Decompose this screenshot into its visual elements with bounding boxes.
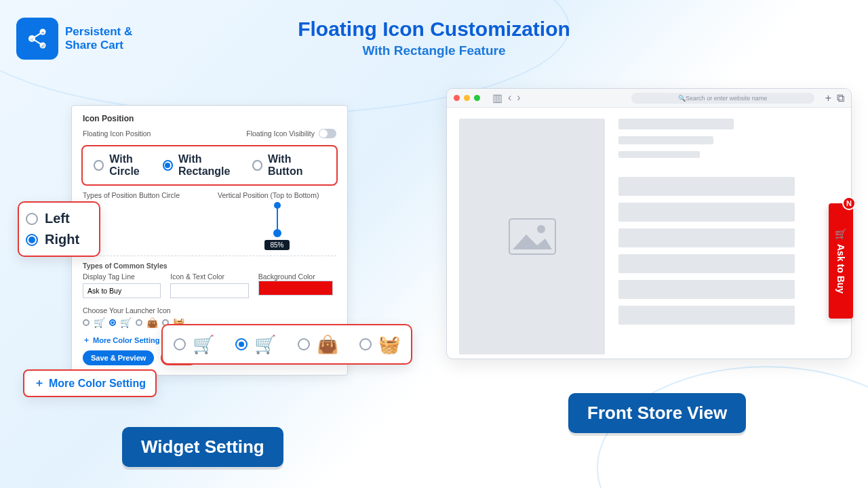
textcolor-label: Icon & Text Color [170,272,248,281]
brand-line2: Share Cart [65,39,132,52]
bag-icon: 👜 [317,334,338,355]
save-preview-button[interactable]: Save & Preview [83,350,154,365]
cart-plus-icon: 🛒 [193,334,214,355]
basket-icon: 🧺 [378,334,400,355]
vertical-value: 85% [264,240,289,250]
launcher-radio-1[interactable] [109,319,116,326]
tagline-input[interactable] [83,283,161,298]
launcher-radio-0[interactable] [83,319,90,326]
position-right[interactable]: Right [26,229,92,250]
brand-logo-icon: ✉🔗🛒 [16,18,58,60]
shape-option-rectangle[interactable]: With Rectangle [163,153,252,178]
cart-icon: 🛒 [254,334,276,355]
vertical-slider[interactable]: 85% [218,199,336,250]
widget-setting-badge: Widget Setting [122,427,283,467]
visibility-toggle[interactable] [319,129,336,138]
plus-icon: ＋ [34,376,45,390]
position-callout: Left Right [18,201,100,257]
tabs-overview-icon[interactable]: ⧉ [837,92,844,104]
svg-point-9 [537,225,545,233]
cart-icon: 🛒 [835,228,846,240]
bgcolor-label: Background Color [258,272,336,281]
shape-option-circle[interactable]: With Circle [94,153,163,178]
forward-icon[interactable]: › [517,92,520,104]
launcher-big-2[interactable]: 👜 [298,334,338,355]
content-lines [618,119,839,348]
new-tab-button[interactable]: + [825,92,831,104]
shape-option-button[interactable]: With Button [252,153,326,178]
launcher-big-0[interactable]: 🛒 [174,334,214,355]
cart-icon: 🛒 [120,317,132,328]
page-subtitle: With Rectangle Feature [298,43,570,58]
notification-badge: N [842,197,856,210]
ask-to-buy-label: Ask to Buy [835,244,846,293]
tagline-label: Display Tag Line [83,272,161,281]
brand-block: ✉🔗🛒 Persistent & Share Cart [16,18,132,60]
url-bar[interactable]: 🔍 Search or enter website name [631,93,814,104]
window-zoom-icon[interactable] [474,95,480,101]
common-styles-label: Types of Common Styles [83,262,336,270]
position-left[interactable]: Left [26,208,92,229]
launcher-radio-2[interactable] [136,319,142,326]
front-store-badge: Front Store View [568,393,746,433]
sidebar-toggle-icon[interactable]: ▥ [492,92,502,104]
browser-mock: ▥ ‹ › 🔍 Search or enter website name + ⧉ [446,88,852,359]
browser-chrome: ▥ ‹ › 🔍 Search or enter website name + ⧉ [447,89,851,108]
launcher-big-1[interactable]: 🛒 [235,334,276,355]
product-image-placeholder [459,119,605,354]
types-position-label: Types of Position Button Circle [83,191,201,199]
window-close-icon[interactable] [454,95,460,101]
shape-picker: With Circle With Rectangle With Button [81,145,338,186]
svg-text:🛒: 🛒 [30,37,35,42]
floating-visibility-label: Floating Icon Visibility [246,129,315,138]
svg-text:✉: ✉ [41,30,44,35]
more-color-callout[interactable]: ＋ More Color Setting [23,369,157,397]
brand-line1: Persistent & [65,25,132,39]
ask-to-buy-launcher[interactable]: N 🛒 Ask to Buy [829,203,853,319]
vertical-position-label: Vertical Position (Top to Bottom) [218,191,336,199]
page-title: Floating Icon Customization [298,18,570,41]
page-title-block: Floating Icon Customization With Rectang… [298,18,570,58]
bag-icon: 👜 [146,317,158,328]
window-minimize-icon[interactable] [464,95,470,101]
cart-plus-icon: 🛒 [94,317,105,328]
floating-position-label: Floating Icon Position [83,129,151,138]
svg-text:🔗: 🔗 [41,44,45,49]
launcher-big-3[interactable]: 🧺 [359,334,400,355]
textcolor-input[interactable] [170,283,248,298]
back-icon[interactable]: ‹ [508,92,511,104]
section-icon-position: Icon Position [83,114,336,123]
launcher-callout: 🛒 🛒 👜 🧺 [161,324,412,365]
launcher-label: Choose Your Launcher Icon [83,306,336,314]
bgcolor-swatch[interactable] [258,281,333,296]
plus-icon: ＋ [83,335,90,345]
